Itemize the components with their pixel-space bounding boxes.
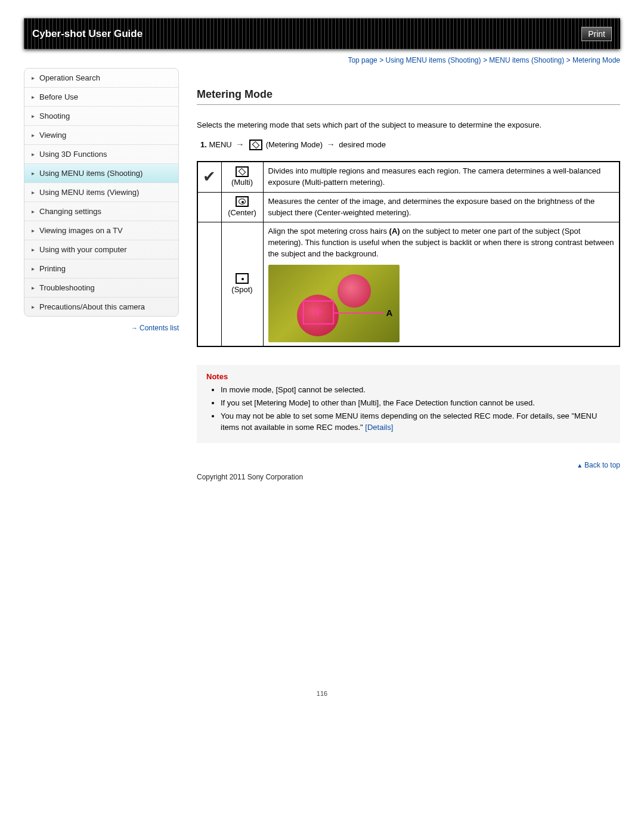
breadcrumb-current: Metering Mode <box>572 56 620 64</box>
multi-description: Divides into multiple regions and measur… <box>263 162 620 192</box>
sidebar-item-shooting[interactable]: Shooting <box>24 107 178 125</box>
flower-shape <box>338 274 371 308</box>
check-cell: ✔ <box>197 162 221 192</box>
sidebar-item-3d-functions[interactable]: Using 3D Functions <box>24 145 178 163</box>
breadcrumb-menu-shooting[interactable]: Using MENU items (Shooting) <box>385 56 481 64</box>
step-metering: (Metering Mode) <box>266 140 323 149</box>
crosshair-icon <box>314 311 322 312</box>
page-number: 116 <box>24 690 620 697</box>
sidebar-item-menu-viewing[interactable]: Using MENU items (Viewing) <box>24 183 178 202</box>
step-desired: desired mode <box>339 140 386 149</box>
multi-icon <box>236 166 249 177</box>
spot-label: (Spot) <box>231 285 252 294</box>
mode-multi-label-cell: (Multi) <box>221 162 263 192</box>
breadcrumb-top[interactable]: Top page <box>348 56 377 64</box>
spot-desc-pre: Align the spot metering cross hairs <box>268 227 389 236</box>
main-content: Top page > Using MENU items (Shooting) >… <box>197 56 620 481</box>
note-item: You may not be able to set some MENU ite… <box>221 411 611 433</box>
back-to-top-link[interactable]: Back to top <box>197 461 620 469</box>
note-item: In movie mode, [Spot] cannot be selected… <box>221 385 611 396</box>
center-description: Measures the center of the image, and de… <box>263 192 620 222</box>
empty-check <box>197 192 221 222</box>
spot-cell: Align the spot metering cross hairs (A) … <box>263 222 620 346</box>
notes-section: Notes In movie mode, [Spot] cannot be se… <box>197 365 620 443</box>
arrow-icon <box>327 140 335 149</box>
sidebar-item-troubleshooting[interactable]: Troubleshooting <box>24 278 178 297</box>
step-menu: MENU <box>209 140 231 149</box>
copyright-text: Copyright 2011 Sony Corporation <box>197 473 620 481</box>
sidebar: Operation Search Before Use Shooting Vie… <box>24 56 179 481</box>
sidebar-item-changing-settings[interactable]: Changing settings <box>24 202 178 221</box>
spot-icon <box>236 273 249 284</box>
checkmark-icon: ✔ <box>203 168 216 185</box>
side-nav: Operation Search Before Use Shooting Vie… <box>24 68 179 317</box>
note-item: If you set [Metering Mode] to other than… <box>221 398 611 409</box>
breadcrumb-menu-items[interactable]: MENU items (Shooting) <box>489 56 564 64</box>
pointer-line <box>334 312 384 314</box>
sidebar-item-computer[interactable]: Using with your computer <box>24 240 178 259</box>
breadcrumb: Top page > Using MENU items (Shooting) >… <box>197 56 620 64</box>
page-title: Metering Mode <box>197 88 620 105</box>
print-button[interactable]: Print <box>581 27 612 41</box>
notes-title: Notes <box>206 372 611 381</box>
intro-text: Selects the metering mode that sets whic… <box>197 119 620 131</box>
focus-box <box>303 301 334 324</box>
sidebar-item-menu-shooting[interactable]: Using MENU items (Shooting) <box>24 164 178 182</box>
sidebar-item-precautions[interactable]: Precautions/About this camera <box>24 298 178 316</box>
sidebar-item-tv[interactable]: Viewing images on a TV <box>24 221 178 240</box>
spot-desc-bold: (A) <box>389 227 400 236</box>
sidebar-item-printing[interactable]: Printing <box>24 259 178 278</box>
metering-icon <box>249 140 262 150</box>
contents-list-link[interactable]: Contents list <box>24 324 179 332</box>
center-label: (Center) <box>228 208 256 217</box>
spot-illustration: A <box>268 265 400 342</box>
step-line: 1. MENU (Metering Mode) desired mode <box>197 140 620 151</box>
details-link[interactable]: [Details] <box>365 423 393 432</box>
arrow-icon <box>236 140 244 149</box>
sidebar-item-viewing[interactable]: Viewing <box>24 126 178 144</box>
center-icon <box>236 196 249 207</box>
mode-spot-label-cell: (Spot) <box>221 222 263 346</box>
guide-title: Cyber-shot User Guide <box>32 28 143 40</box>
sidebar-item-operation-search[interactable]: Operation Search <box>24 69 178 87</box>
empty-check <box>197 222 221 346</box>
sidebar-item-before-use[interactable]: Before Use <box>24 88 178 106</box>
modes-table: ✔ (Multi) Divides into multiple regions … <box>197 161 620 347</box>
mode-center-label-cell: (Center) <box>221 192 263 222</box>
pointer-label: A <box>386 306 393 320</box>
step-number: 1. <box>200 140 207 149</box>
header-bar: Cyber-shot User Guide Print <box>24 18 620 49</box>
multi-label: (Multi) <box>231 178 253 187</box>
